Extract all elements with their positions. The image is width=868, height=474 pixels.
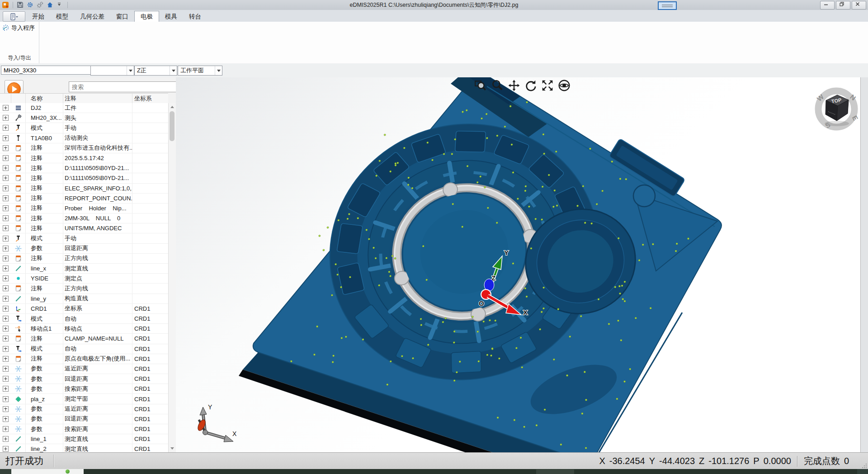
expand-plus-icon[interactable]: [3, 336, 9, 341]
ribbon-tab[interactable]: 窗口: [110, 11, 134, 22]
expand-plus-icon[interactable]: [3, 406, 9, 412]
expand-plus-icon[interactable]: [3, 236, 9, 242]
scroll-up-icon[interactable]: [170, 106, 174, 108]
direction-combo[interactable]: Z正: [134, 66, 177, 76]
tree-row[interactable]: 注释 2025.5.5.17:42: [0, 153, 168, 163]
expand-plus-icon[interactable]: [3, 326, 9, 332]
expand-plus-icon[interactable]: [3, 446, 9, 452]
expand-plus-icon[interactable]: [3, 306, 9, 312]
tree-row[interactable]: 模式 手动: [0, 123, 168, 133]
tree-row[interactable]: CRD1 坐标系 CRD1: [0, 304, 168, 314]
tree-row[interactable]: 注释 ELEC_SPARK_INFO:1,0,...: [0, 184, 168, 194]
expand-plus-icon[interactable]: [3, 135, 9, 141]
3d-viewport[interactable]: Y Z O X Y X: [176, 77, 860, 452]
expand-plus-icon[interactable]: [3, 376, 9, 382]
expand-plus-icon[interactable]: [3, 316, 9, 322]
expand-plus-icon[interactable]: [3, 285, 9, 291]
expand-plus-icon[interactable]: [3, 426, 9, 432]
tip-combo[interactable]: [90, 66, 134, 76]
tree-row[interactable]: 注释 2MM-30L NULL 0: [0, 213, 168, 223]
expand-plus-icon[interactable]: [3, 386, 9, 392]
import-program-button[interactable]: 导入程序: [2, 24, 35, 32]
ribbon-tab[interactable]: 电极: [134, 11, 159, 22]
zoom-window-icon[interactable]: [474, 79, 487, 92]
tree-row[interactable]: pla_z 测定平面 CRD1: [0, 394, 168, 404]
expand-plus-icon[interactable]: [3, 185, 9, 191]
work-plane-combo[interactable]: 工作平面: [178, 66, 222, 76]
tree-row[interactable]: 注释 原点在电极左下角(使用... CRD1: [0, 354, 168, 364]
tree-row[interactable]: 注释 REPORT_POINT_COUN...: [0, 194, 168, 204]
view-options-eye-icon[interactable]: [557, 79, 571, 92]
expand-plus-icon[interactable]: [3, 396, 9, 402]
ribbon-tab[interactable]: 模具: [159, 11, 183, 22]
column-crd[interactable]: 坐标系: [132, 94, 168, 104]
taskbar-button[interactable]: [536, 469, 574, 474]
rotate-icon[interactable]: [524, 79, 538, 92]
expand-plus-icon[interactable]: [3, 356, 9, 362]
tree-row[interactable]: 参数 逼近距离 CRD1: [0, 404, 168, 414]
taskbar-green-icon[interactable]: [66, 469, 70, 474]
tree-row[interactable]: 移动点1 移动点 CRD1: [0, 324, 168, 334]
view-cube[interactable]: W N E S TOP: [816, 91, 860, 130]
ribbon-tab[interactable]: 开始: [26, 11, 50, 22]
expand-plus-icon[interactable]: [3, 145, 9, 151]
expand-plus-icon[interactable]: [3, 346, 9, 352]
tree-row[interactable]: 注释 正方向线: [0, 254, 168, 264]
column-name[interactable]: 名称: [26, 94, 63, 104]
expand-plus-icon[interactable]: [3, 246, 9, 251]
scrollbar-thumb[interactable]: [170, 111, 175, 141]
tree-row[interactable]: MH20_3X... 测头: [0, 113, 168, 123]
tree-row[interactable]: YSIDE 测定点: [0, 274, 168, 284]
expand-plus-icon[interactable]: [3, 155, 9, 161]
expand-plus-icon[interactable]: [3, 165, 9, 171]
ribbon-tab[interactable]: 转台: [183, 11, 207, 22]
expand-plus-icon[interactable]: [3, 105, 9, 111]
tree-row[interactable]: 模式 自动 CRD1: [0, 314, 168, 324]
tree-row[interactable]: T1A0B0 活动测尖: [0, 133, 168, 143]
customize-caret-icon[interactable]: [57, 1, 64, 9]
main-menu-button[interactable]: [3, 11, 25, 22]
tree-row[interactable]: 模式 手动: [0, 233, 168, 243]
tree-row[interactable]: line_1 测定直线 CRD1: [0, 434, 168, 444]
expand-plus-icon[interactable]: [3, 366, 9, 372]
expand-plus-icon[interactable]: [3, 195, 9, 201]
tree-row[interactable]: line_y 构造直线: [0, 294, 168, 304]
zoom-icon[interactable]: [491, 79, 504, 92]
tree-row[interactable]: 参数 回退距离 CRD1: [0, 374, 168, 384]
resize-grip[interactable]: [862, 463, 867, 468]
tree-row[interactable]: 参数 回退距离: [0, 244, 168, 254]
expand-plus-icon[interactable]: [3, 125, 9, 131]
tree-row[interactable]: 参数 回退距离 CRD1: [0, 414, 168, 424]
probe-name-input[interactable]: [1, 66, 92, 75]
scroll-down-icon[interactable]: [170, 447, 174, 450]
tools-gear-icon[interactable]: [37, 1, 44, 9]
tree-row[interactable]: 注释 深圳市进玉自动化科技有...: [0, 143, 168, 153]
tree-row[interactable]: 注释 D:\1111\0505\B0YD-21...: [0, 163, 168, 173]
tree-scrollbar[interactable]: [168, 103, 176, 452]
expand-plus-icon[interactable]: [3, 296, 9, 302]
tree-row[interactable]: 注释 Prober Holder Nip...: [0, 204, 168, 213]
tree-row[interactable]: 参数 搜索距离 CRD1: [0, 424, 168, 434]
os-taskbar-sliver[interactable]: [0, 469, 868, 474]
expand-plus-icon[interactable]: [3, 205, 9, 211]
tree-row[interactable]: line_x 测定直线: [0, 264, 168, 274]
search-input[interactable]: [69, 81, 177, 92]
close-button[interactable]: [852, 1, 866, 9]
settings-gear-icon[interactable]: [27, 1, 34, 9]
expand-plus-icon[interactable]: [3, 265, 9, 271]
tree-row[interactable]: 注释 CLAMP_NAME=NULL CRD1: [0, 334, 168, 344]
taskbar-app[interactable]: [11, 469, 84, 474]
ribbon-tab[interactable]: 几何公差: [74, 11, 110, 22]
tree-column-header[interactable]: 名称 注释 坐标系: [0, 93, 168, 104]
tree-row[interactable]: 注释 正方向线: [0, 284, 168, 294]
expand-plus-icon[interactable]: [3, 225, 9, 231]
ribbon-tab[interactable]: 模型: [50, 11, 74, 22]
app-logo-icon[interactable]: [2, 1, 9, 9]
expand-plus-icon[interactable]: [3, 256, 9, 261]
expand-plus-icon[interactable]: [3, 416, 9, 422]
tree-row[interactable]: 参数 逼近距离 CRD1: [0, 364, 168, 374]
expand-plus-icon[interactable]: [3, 215, 9, 221]
expand-plus-icon[interactable]: [3, 115, 9, 121]
pan-icon[interactable]: [507, 79, 521, 92]
column-comment[interactable]: 注释: [63, 94, 132, 104]
